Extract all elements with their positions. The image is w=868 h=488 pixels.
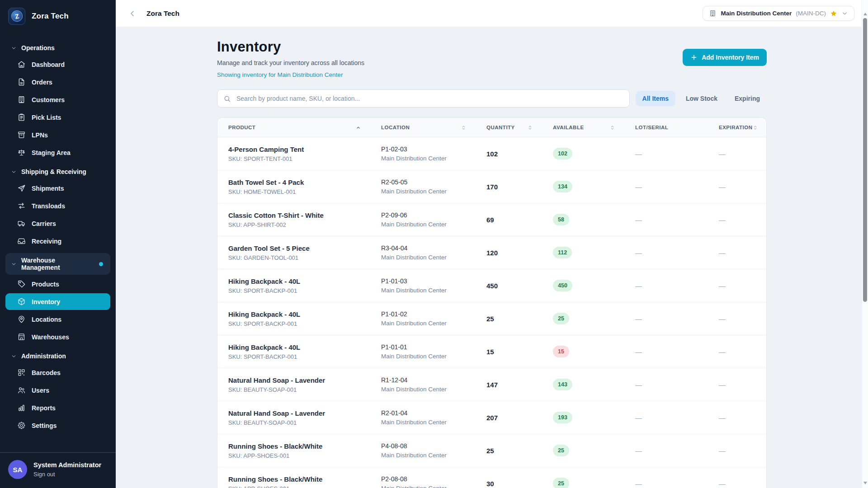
quantity-cell: 30 <box>486 480 553 488</box>
sidebar-section-header-operations[interactable]: Operations <box>5 41 110 55</box>
table-header-row: PRODUCTLOCATIONQUANTITYAVAILABLELOT/SERI… <box>217 118 766 137</box>
sidebar-item-pick-lists[interactable]: Pick Lists <box>5 109 110 126</box>
product-sku: SKU: SPORT-BACKP-001 <box>228 353 381 360</box>
table-row[interactable]: Hiking Backpack - 40LSKU: SPORT-BACKP-00… <box>217 302 766 335</box>
available-cell: 15 <box>553 346 635 357</box>
sort-asc-icon <box>355 125 361 131</box>
sidebar-footer: SA System Administrator Sign out <box>0 452 116 488</box>
sidebar-item-dashboard[interactable]: Dashboard <box>5 56 110 73</box>
sidebar-section-header-warehouse-management[interactable]: Warehouse Management <box>5 253 110 275</box>
table-row[interactable]: Running Shoes - Black/WhiteSKU: APP-SHOE… <box>217 434 766 467</box>
sidebar-item-shipments[interactable]: Shipments <box>5 180 110 197</box>
scrollbar-thumb[interactable] <box>863 18 867 302</box>
topbar: Zora Tech Main Distribution Center (MAIN… <box>116 0 868 27</box>
add-inventory-button[interactable]: Add Inventory Item <box>683 49 767 66</box>
plus-icon <box>690 54 698 61</box>
sidebar-item-transloads[interactable]: Transloads <box>5 197 110 214</box>
product-cell: Classic Cotton T-Shirt - WhiteSKU: APP-S… <box>228 211 381 228</box>
table-row[interactable]: Natural Hand Soap - LavenderSKU: BEAUTY-… <box>217 401 766 434</box>
sidebar-item-label: Users <box>32 387 49 394</box>
sidebar-item-label: Shipments <box>32 185 64 192</box>
sidebar-item-reports[interactable]: Reports <box>5 399 110 416</box>
sidebar-item-warehouses[interactable]: Warehouses <box>5 328 110 345</box>
product-cell: Hiking Backpack - 40LSKU: SPORT-BACKP-00… <box>228 343 381 360</box>
column-header-location[interactable]: LOCATION <box>381 125 486 131</box>
tab-low-stock[interactable]: Low Stock <box>679 91 724 106</box>
available-cell: 112 <box>553 247 635 258</box>
sidebar-item-barcodes[interactable]: Barcodes <box>5 364 110 381</box>
location-filter-link[interactable]: Showing inventory for Main Distribution … <box>217 71 364 78</box>
product-cell: Natural Hand Soap - LavenderSKU: BEAUTY-… <box>228 376 381 393</box>
document-icon <box>17 78 26 86</box>
scroll-up-arrow[interactable] <box>863 13 867 15</box>
scroll-down-arrow[interactable] <box>863 482 867 484</box>
tab-all-items[interactable]: All Items <box>636 91 675 106</box>
sidebar-item-staging-area[interactable]: Staging Area <box>5 144 110 161</box>
product-name: Running Shoes - Black/White <box>228 442 381 450</box>
available-cell: 450 <box>553 280 635 291</box>
sidebar-item-lpns[interactable]: LPNs <box>5 127 110 143</box>
search-input[interactable] <box>236 94 623 103</box>
scrollbar[interactable] <box>862 0 868 488</box>
sidebar-section-header-administration[interactable]: Administration <box>5 349 110 363</box>
section-label: Warehouse Management <box>21 257 94 271</box>
sidebar-item-receiving[interactable]: Receiving <box>5 233 110 249</box>
column-header-quantity[interactable]: QUANTITY <box>486 125 553 131</box>
table-row[interactable]: Running Shoes - Black/WhiteSKU: APP-SHOE… <box>217 467 766 488</box>
location-cell: P1-02-03Main Distribution Center <box>381 145 486 162</box>
table-row[interactable]: Bath Towel Set - 4 PackSKU: HOME-TOWEL-0… <box>217 170 766 203</box>
table-row[interactable]: Garden Tool Set - 5 PieceSKU: GARDEN-TOO… <box>217 236 766 269</box>
product-sku: SKU: SPORT-TENT-001 <box>228 155 381 162</box>
sign-out-link[interactable]: Sign out <box>33 471 101 478</box>
sidebar-item-settings[interactable]: Settings <box>5 417 110 434</box>
column-header-expiration[interactable]: EXPIRATION <box>719 125 767 131</box>
building-icon <box>17 95 26 104</box>
bar-chart-icon <box>17 404 26 412</box>
available-badge: 15 <box>553 346 569 357</box>
sidebar-item-products[interactable]: Products <box>5 276 110 292</box>
table-row[interactable]: Hiking Backpack - 40LSKU: SPORT-BACKP-00… <box>217 335 766 368</box>
truck-icon <box>17 219 26 228</box>
sidebar-item-customers[interactable]: Customers <box>5 91 110 108</box>
table-row[interactable]: Hiking Backpack - 40LSKU: SPORT-BACKP-00… <box>217 269 766 302</box>
product-cell: Natural Hand Soap - LavenderSKU: BEAUTY-… <box>228 409 381 426</box>
sidebar-item-inventory[interactable]: Inventory <box>5 293 110 310</box>
product-cell: 4-Person Camping TentSKU: SPORT-TENT-001 <box>228 145 381 162</box>
column-header-label: AVAILABLE <box>553 125 584 130</box>
sidebar-item-locations[interactable]: Locations <box>5 311 110 328</box>
available-badge: 134 <box>553 181 572 192</box>
location-code: R3-04-04 <box>381 244 486 252</box>
product-cell: Bath Towel Set - 4 PackSKU: HOME-TOWEL-0… <box>228 178 381 195</box>
back-button[interactable] <box>128 9 137 18</box>
sidebar-item-orders[interactable]: Orders <box>5 74 110 90</box>
column-header-lot-serial[interactable]: LOT/SERIAL <box>635 125 719 130</box>
column-header-product[interactable]: PRODUCT <box>228 125 381 131</box>
product-sku: SKU: BEAUTY-SOAP-001 <box>228 386 381 393</box>
quantity-cell: 25 <box>486 447 553 455</box>
building-icon <box>709 9 717 17</box>
available-badge: 112 <box>553 247 572 258</box>
sidebar: Z Zora Tech OperationsDashboardOrdersCus… <box>0 0 116 488</box>
available-cell: 193 <box>553 412 635 423</box>
table-row[interactable]: 4-Person Camping TentSKU: SPORT-TENT-001… <box>217 137 766 170</box>
sidebar-item-label: Receiving <box>32 238 61 245</box>
product-name: Hiking Backpack - 40L <box>228 310 381 318</box>
sidebar-item-users[interactable]: Users <box>5 382 110 399</box>
location-selector[interactable]: Main Distribution Center (MAIN-DC) <box>703 6 854 21</box>
sidebar-item-carriers[interactable]: Carriers <box>5 215 110 232</box>
location-code: R1-12-04 <box>381 376 486 384</box>
table-row[interactable]: Natural Hand Soap - LavenderSKU: BEAUTY-… <box>217 368 766 401</box>
product-sku: SKU: APP-SHOES-001 <box>228 452 381 459</box>
product-sku: SKU: GARDEN-TOOL-001 <box>228 254 381 261</box>
sidebar-section-header-shipping-receiving[interactable]: Shipping & Receiving <box>5 164 110 179</box>
location-cell: P1-01-01Main Distribution Center <box>381 343 486 360</box>
column-header-available[interactable]: AVAILABLE <box>553 125 635 131</box>
sort-both-icon <box>527 125 533 131</box>
tab-expiring[interactable]: Expiring <box>728 91 767 106</box>
table-row[interactable]: Classic Cotton T-Shirt - WhiteSKU: APP-S… <box>217 203 766 236</box>
product-cell: Running Shoes - Black/WhiteSKU: APP-SHOE… <box>228 442 381 459</box>
clipboard-icon <box>17 113 26 122</box>
location-cell: R2-05-05Main Distribution Center <box>381 178 486 195</box>
product-sku: SKU: HOME-TOWEL-001 <box>228 188 381 195</box>
sidebar-item-label: Customers <box>32 96 65 103</box>
